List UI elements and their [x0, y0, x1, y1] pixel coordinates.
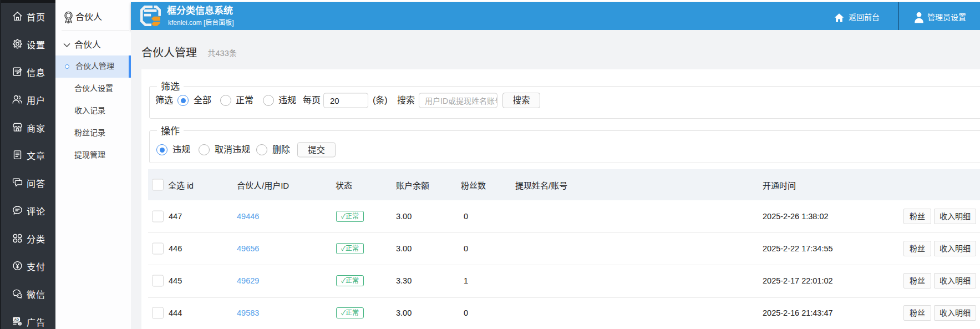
svg-text:AD: AD — [14, 318, 19, 321]
